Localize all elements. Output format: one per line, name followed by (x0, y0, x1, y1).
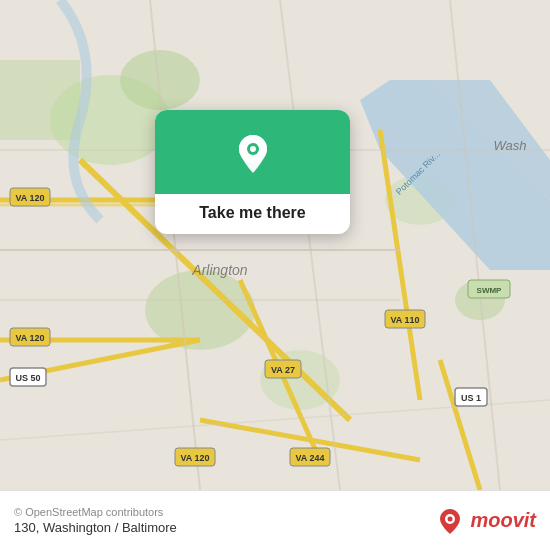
location-pin-icon (231, 132, 275, 176)
svg-text:VA 120: VA 120 (15, 193, 44, 203)
copyright-text: © OpenStreetMap contributors (14, 506, 177, 518)
bottom-bar: © OpenStreetMap contributors 130, Washin… (0, 490, 550, 550)
moovit-pin-icon (436, 507, 464, 535)
svg-point-51 (448, 516, 453, 521)
svg-text:US 1: US 1 (461, 393, 481, 403)
bottom-info: © OpenStreetMap contributors 130, Washin… (14, 506, 177, 535)
svg-text:VA 110: VA 110 (390, 315, 419, 325)
svg-text:US 50: US 50 (15, 373, 40, 383)
popup-header (155, 110, 350, 194)
svg-point-49 (250, 146, 256, 152)
location-popup: Take me there (155, 110, 350, 234)
svg-text:VA 120: VA 120 (15, 333, 44, 343)
svg-text:Wash: Wash (494, 138, 527, 153)
location-label: 130, Washington / Baltimore (14, 520, 177, 535)
svg-text:VA 244: VA 244 (295, 453, 324, 463)
map-view: VA 120 VA 120 VA 110 VA 27 VA 244 VA 120… (0, 0, 550, 490)
svg-text:Arlington: Arlington (191, 262, 247, 278)
take-me-there-button[interactable]: Take me there (183, 194, 321, 234)
moovit-logo[interactable]: moovit (436, 507, 536, 535)
svg-rect-3 (0, 60, 80, 140)
svg-text:SWMP: SWMP (477, 286, 503, 295)
svg-text:VA 120: VA 120 (180, 453, 209, 463)
svg-text:VA 27: VA 27 (271, 365, 295, 375)
moovit-brand-text: moovit (470, 509, 536, 532)
